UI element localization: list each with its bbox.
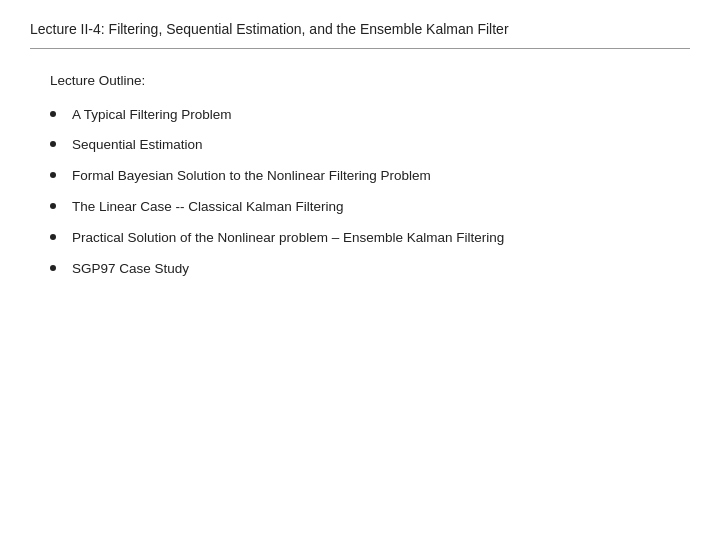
bullet-dot-icon xyxy=(50,203,56,209)
list-item-text: A Typical Filtering Problem xyxy=(72,106,232,125)
list-item-text: The Linear Case -- Classical Kalman Filt… xyxy=(72,198,344,217)
bullet-dot-icon xyxy=(50,234,56,240)
list-item: SGP97 Case Study xyxy=(50,260,690,279)
list-item-text: SGP97 Case Study xyxy=(72,260,189,279)
list-item: The Linear Case -- Classical Kalman Filt… xyxy=(50,198,690,217)
outline-label: Lecture Outline: xyxy=(50,73,690,88)
page-title: Lecture II-4: Filtering, Sequential Esti… xyxy=(30,20,690,40)
header-section: Lecture II-4: Filtering, Sequential Esti… xyxy=(30,20,690,49)
list-item-text: Sequential Estimation xyxy=(72,136,203,155)
bullet-dot-icon xyxy=(50,141,56,147)
bullet-dot-icon xyxy=(50,265,56,271)
page-container: Lecture II-4: Filtering, Sequential Esti… xyxy=(0,0,720,540)
bullet-list: A Typical Filtering ProblemSequential Es… xyxy=(50,106,690,279)
list-item: Practical Solution of the Nonlinear prob… xyxy=(50,229,690,248)
list-item: Sequential Estimation xyxy=(50,136,690,155)
list-item: Formal Bayesian Solution to the Nonlinea… xyxy=(50,167,690,186)
bullet-dot-icon xyxy=(50,111,56,117)
list-item: A Typical Filtering Problem xyxy=(50,106,690,125)
bullet-dot-icon xyxy=(50,172,56,178)
content-section: Lecture Outline: A Typical Filtering Pro… xyxy=(30,73,690,279)
list-item-text: Practical Solution of the Nonlinear prob… xyxy=(72,229,504,248)
list-item-text: Formal Bayesian Solution to the Nonlinea… xyxy=(72,167,431,186)
